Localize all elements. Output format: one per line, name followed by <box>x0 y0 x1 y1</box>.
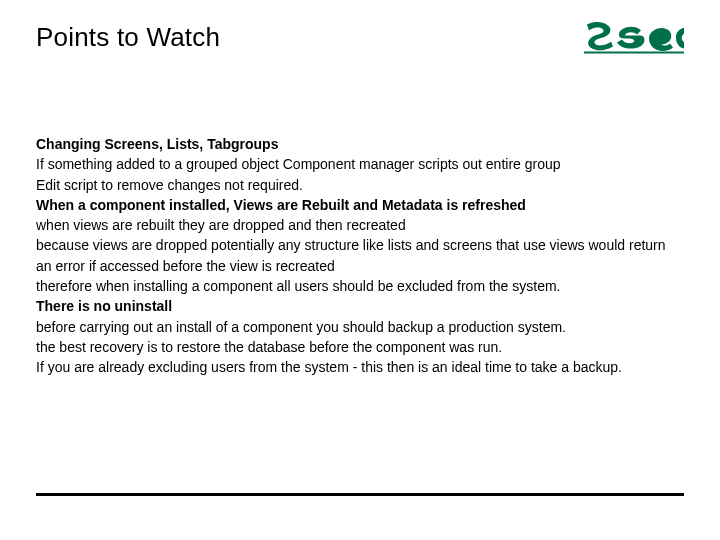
page-title: Points to Watch <box>36 22 220 53</box>
body-line: If something added to a grouped object C… <box>36 154 684 174</box>
divider <box>36 493 684 496</box>
body-line: because views are dropped potentially an… <box>36 235 684 276</box>
slide: Points to Watch Changing Screens, Lists,… <box>0 0 720 540</box>
body-line: Edit script to remove changes not requir… <box>36 175 684 195</box>
body-line: when views are rebuilt they are dropped … <box>36 215 684 235</box>
body-line: If you are already excluding users from … <box>36 357 684 377</box>
section-heading: When a component installed, Views are Re… <box>36 195 684 215</box>
body-line: before carrying out an install of a comp… <box>36 317 684 337</box>
body-line: the best recovery is to restore the data… <box>36 337 684 357</box>
svg-rect-0 <box>584 52 684 54</box>
section-heading: There is no uninstall <box>36 296 684 316</box>
section-heading: Changing Screens, Lists, Tabgroups <box>36 134 684 154</box>
header: Points to Watch <box>36 22 684 58</box>
sage-logo-icon <box>584 18 684 58</box>
body-line: therefore when installing a component al… <box>36 276 684 296</box>
sage-logo <box>584 18 684 58</box>
body-content: Changing Screens, Lists, Tabgroups If so… <box>36 134 684 378</box>
